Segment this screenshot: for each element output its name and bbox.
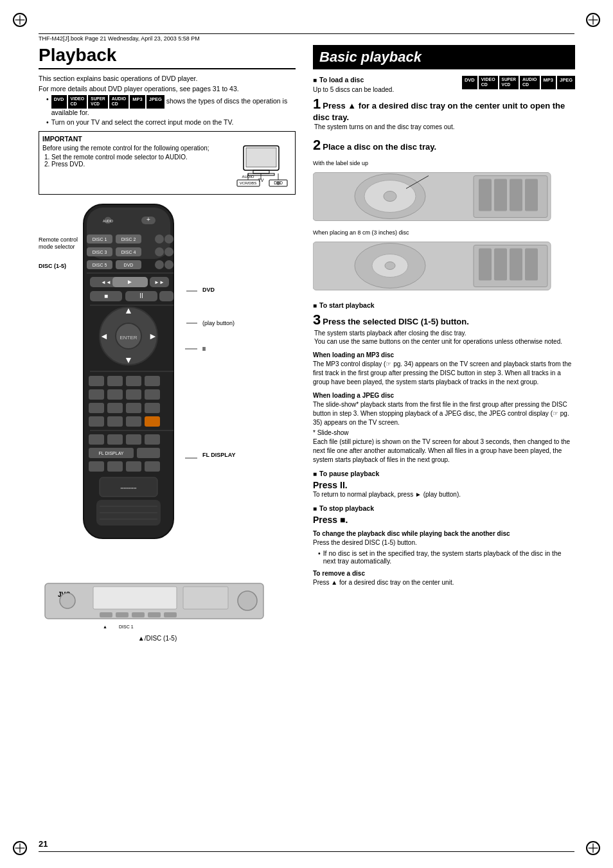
svg-text:DISC 4: DISC 4 xyxy=(121,250,136,254)
remote-area: AUDIO + DISC 1 DISC 2 DISC 3 DISC 4 xyxy=(39,201,276,574)
svg-rect-95 xyxy=(137,448,160,458)
svg-rect-87 xyxy=(145,416,160,427)
right-column: Basic playback To load a disc Up to 5 di… xyxy=(313,45,575,591)
stop-label-text: To stop playback xyxy=(319,504,374,512)
badge-vcd: VIDEOCD xyxy=(68,95,87,109)
svg-rect-99 xyxy=(145,461,160,472)
svg-text:II: II xyxy=(139,292,143,299)
center-unit-svg: JVC ▲ DISC 1 xyxy=(39,580,270,632)
tv-diagram-svg: TV VCR/DBS AUDIO DVD xyxy=(234,145,292,190)
svg-text:◄: ◄ xyxy=(100,331,109,341)
pause-press: Press II. xyxy=(313,480,575,490)
step2-text: Place a disc on the disc tray. xyxy=(323,142,436,152)
svg-text:DVD: DVD xyxy=(124,263,134,267)
svg-text:AUDIO: AUDIO xyxy=(103,219,113,223)
svg-text:ENTER: ENTER xyxy=(120,335,137,341)
svg-rect-137 xyxy=(525,249,538,281)
remove-disc-section: To remove a disc Press ▲ for a desired d… xyxy=(313,570,575,587)
svg-text:►: ► xyxy=(127,278,133,285)
important-box: IMPORTANT Before using the remote contro… xyxy=(39,131,296,195)
svg-point-38 xyxy=(164,235,173,244)
change-disc-title: To change the playback disc while playin… xyxy=(313,530,575,537)
step3-number: 3 xyxy=(313,312,321,328)
svg-rect-90 xyxy=(107,434,123,445)
step3-desc2: You can use the same buttons on the cent… xyxy=(314,338,575,345)
svg-point-43 xyxy=(155,247,164,256)
bullet1: • DVD VIDEOCD SUPERVCD AUDIOCD MP3 JPEG … xyxy=(46,95,296,116)
step3-block: 3 Press the selected DISC (1-5) button. … xyxy=(313,312,575,345)
remove-disc-desc: Press ▲ for a desired disc tray on the c… xyxy=(313,578,575,587)
svg-text:►►: ►► xyxy=(154,279,164,285)
jpeg-section: When loading a JPEG disc The slide-show*… xyxy=(313,392,575,465)
header-text: THF-M42[J].book Page 21 Wednesday, April… xyxy=(39,35,200,42)
svg-point-44 xyxy=(164,247,173,256)
center-unit-label: ▲/DISC (1-5) xyxy=(39,635,276,642)
jpeg-title: When loading a JPEG disc xyxy=(313,392,575,399)
remote-control-svg: AUDIO + DISC 1 DISC 2 DISC 3 DISC 4 xyxy=(64,201,193,548)
step1-block: 1 Press ▲ for a desired disc tray on the… xyxy=(313,96,575,130)
change-disc-desc: Press the desired DISC (1-5) button. xyxy=(313,538,575,547)
basic-playback-header: Basic playback xyxy=(313,45,575,69)
pause-desc: To return to normal playback, press ► (p… xyxy=(313,490,575,499)
jpeg-footnote-mark: * Slide-show xyxy=(313,429,349,436)
play-button-label: (play button) xyxy=(202,320,235,326)
svg-point-49 xyxy=(155,260,164,269)
svg-rect-127 xyxy=(525,179,538,211)
svg-rect-125 xyxy=(494,179,507,211)
svg-text:►: ► xyxy=(148,331,157,341)
svg-rect-74 xyxy=(126,376,141,386)
svg-rect-91 xyxy=(126,434,141,445)
svg-text:DISC 1: DISC 1 xyxy=(93,237,107,242)
badge-acd: AUDIOCD xyxy=(109,95,129,109)
svg-point-37 xyxy=(155,235,164,244)
disc-image-label2: When placing an 8 cm (3 inches) disc xyxy=(313,229,575,236)
bullet2: • Turn on your TV and select the correct… xyxy=(46,118,296,126)
disc-badges-row: DVD VIDEOCD SUPERVCD AUDIOCD MP3 JPEG xyxy=(462,76,575,89)
corner-mark-br xyxy=(586,841,600,855)
badge-dvd: DVD xyxy=(51,95,67,109)
svg-rect-126 xyxy=(510,179,522,211)
badge-jpeg: JPEG xyxy=(147,95,164,109)
important-step-1: Set the remote control mode selector to … xyxy=(51,154,229,161)
remove-disc-title: To remove a disc xyxy=(313,570,575,577)
svg-text:▼: ▼ xyxy=(124,355,133,365)
svg-rect-84 xyxy=(89,416,104,427)
svg-rect-108 xyxy=(93,587,177,609)
pause-section: To pause playback Press II. To return to… xyxy=(313,470,575,499)
stop-section: To stop playback Press ■. xyxy=(313,504,575,525)
load-disc-desc: Up to 5 discs can be loaded. xyxy=(313,86,394,93)
page-title: Playback xyxy=(39,45,296,69)
svg-rect-76 xyxy=(89,389,104,400)
load-disc-area: To load a disc Up to 5 discs can be load… xyxy=(313,76,575,93)
eject-disc-label: ▲/DISC (1-5) xyxy=(138,635,177,642)
svg-rect-85 xyxy=(107,416,123,427)
disc-placement-svg-top xyxy=(313,168,557,226)
pause-label: To pause playback xyxy=(313,470,575,477)
fl-display-text: FL DISPLAY xyxy=(202,452,236,458)
mp3-title: When loading an MP3 disc xyxy=(313,351,575,359)
important-title: IMPORTANT xyxy=(42,135,292,143)
bullet2-text: Turn on your TV and select the correct i… xyxy=(51,118,234,126)
jpeg-footnote: * Slide-show xyxy=(313,429,575,438)
left-column: Playback This section explains basic ope… xyxy=(39,45,296,642)
svg-rect-78 xyxy=(126,389,141,400)
svg-text:+: + xyxy=(147,216,150,223)
disc-label-text: DISC (1-5) xyxy=(39,263,66,269)
svg-rect-72 xyxy=(89,376,104,386)
svg-text:FL DISPLAY: FL DISPLAY xyxy=(99,451,124,456)
important-content: Before using the remote control for the … xyxy=(42,145,292,191)
step1-text: Press ▲ for a desired disc tray on the c… xyxy=(313,101,565,122)
important-step-2: Press DVD. xyxy=(51,161,229,168)
svg-point-132 xyxy=(385,262,395,270)
badge-svcd: SUPERVCD xyxy=(88,95,107,109)
change-disc-bullet: • If no disc is set in the specified tra… xyxy=(318,549,575,565)
step2-number: 2 xyxy=(313,137,321,153)
svg-rect-83 xyxy=(145,403,160,413)
svg-text:DISC 1: DISC 1 xyxy=(119,624,134,629)
step1-number: 1 xyxy=(313,96,321,112)
load-disc-text: To load a disc xyxy=(319,76,364,84)
svg-text:▲: ▲ xyxy=(124,305,133,315)
svg-rect-116 xyxy=(164,612,177,617)
badge-r-vcd: VIDEOCD xyxy=(479,76,498,89)
disc-image-label1: With the label side up xyxy=(313,160,575,166)
